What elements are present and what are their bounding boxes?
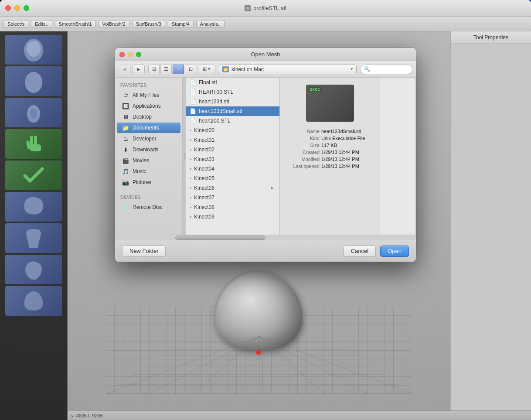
- sidebar-item-remote-disc[interactable]: 💿 Remote Disc: [117, 202, 180, 212]
- exec-badge: exec: [308, 86, 322, 92]
- search-icon: 🔍: [364, 66, 370, 72]
- scroll-thumb[interactable]: [175, 236, 266, 240]
- exec-icon: ▪: [190, 195, 191, 201]
- sidebar-item-all-my-files[interactable]: 🗂 All My Files: [117, 90, 180, 100]
- downloads-icon: ⬇: [122, 146, 129, 153]
- file-list-area: 📄 Final.stl 📄 HEART00.STL 📄 heart123d.st…: [186, 78, 416, 235]
- dialog-minimize-button[interactable]: [128, 52, 133, 57]
- movies-icon: 🎬: [122, 157, 129, 164]
- chevron-icon: ▶: [271, 186, 276, 190]
- cancel-button[interactable]: Cancel: [344, 246, 376, 257]
- location-dropdown[interactable]: 📁 kinect on Mac ▼: [219, 65, 357, 74]
- all-files-icon: 🗂: [122, 92, 129, 99]
- file-column-pane: 📄 Final.stl 📄 HEART00.STL 📄 heart123d.st…: [186, 78, 280, 235]
- sidebar-item-documents[interactable]: 📁 Documents: [117, 123, 180, 133]
- dialog-close-button[interactable]: [119, 52, 125, 57]
- exec-icon: ▪: [190, 137, 191, 143]
- search-box[interactable]: 🔍: [360, 65, 412, 74]
- file-icon: 📄: [190, 79, 196, 85]
- file-item-kinect02[interactable]: ▪ Kinect02: [186, 145, 279, 154]
- file-info-table: Name heart123dSmall.stl Kind Unix Execut…: [287, 129, 373, 171]
- dialog-body: FAVORITES 🗂 All My Files 🔲 Applications …: [115, 78, 416, 235]
- location-folder-icon: 📁: [222, 66, 229, 72]
- view-list-button[interactable]: ☰: [160, 65, 172, 74]
- info-row-size: Size 117 KB: [287, 143, 373, 148]
- view-buttons: ⊞ ☰ ⫶ ⊡: [148, 65, 196, 74]
- dialog-overlay: Open Mesh ◀ ▶ ⊞ ☰ ⫶ ⊡ ⊞▼ 📁 kinect on Mac…: [0, 0, 531, 420]
- sidebar-item-desktop[interactable]: 🖥 Desktop: [117, 112, 180, 122]
- pane-divider-1[interactable]: [183, 78, 186, 235]
- exec-icon: ▪: [190, 147, 191, 153]
- sidebar-item-applications[interactable]: 🔲 Applications: [117, 101, 180, 111]
- desktop-icon: 🖥: [122, 113, 129, 120]
- exec-icon: ▪: [190, 214, 191, 220]
- devices-label: DEVICES: [115, 193, 182, 201]
- info-row-name: Name heart123dSmall.stl: [287, 129, 373, 134]
- dialog-toolbar: ◀ ▶ ⊞ ☰ ⫶ ⊡ ⊞▼ 📁 kinect on Mac ▼ 🔍: [115, 61, 416, 78]
- pictures-icon: 📷: [122, 179, 129, 186]
- file-item-heart123dsmall[interactable]: 📄 heart123dSmall.stl: [186, 106, 279, 116]
- dropdown-arrow-icon: ▼: [350, 67, 354, 71]
- developer-icon: 🗂: [122, 135, 129, 142]
- file-item-heart200[interactable]: 📄 heart200.STL: [186, 116, 279, 126]
- dialog-title-bar: Open Mesh: [115, 48, 416, 61]
- file-item-heart00[interactable]: 📄 HEART00.STL: [186, 87, 279, 97]
- view-cover-button[interactable]: ⊡: [185, 65, 196, 74]
- file-icon: 📄: [190, 99, 196, 105]
- back-button[interactable]: ◀: [119, 65, 131, 74]
- documents-icon: 📁: [122, 124, 129, 131]
- dialog-title: Open Mesh: [251, 51, 280, 58]
- file-item-final[interactable]: 📄 Final.stl: [186, 78, 279, 87]
- sidebar-item-music[interactable]: 🎵 Music: [117, 166, 180, 177]
- file-item-kinect03[interactable]: ▪ Kinect03: [186, 154, 279, 164]
- remote-disc-icon: 💿: [122, 204, 129, 211]
- dialog-maximize-button[interactable]: [136, 52, 141, 57]
- exec-icon: ▪: [190, 175, 191, 181]
- preview-pane: exec Name heart123dSmall.stl Kind Unix E…: [280, 78, 380, 235]
- file-thumbnail: exec: [306, 85, 354, 122]
- file-icon: 📄: [190, 118, 196, 124]
- scroll-track[interactable]: [115, 235, 416, 240]
- open-mesh-dialog: Open Mesh ◀ ▶ ⊞ ☰ ⫶ ⊡ ⊞▼ 📁 kinect on Mac…: [115, 48, 416, 262]
- sidebar-item-pictures[interactable]: 📷 Pictures: [117, 177, 180, 188]
- info-row-kind: Kind Unix Executable File: [287, 136, 373, 141]
- file-item-heart123d[interactable]: 📄 heart123d.stl: [186, 97, 279, 106]
- dialog-traffic-lights: [119, 52, 141, 57]
- sidebar-item-developer[interactable]: 🗂 Developer: [117, 133, 180, 144]
- file-item-kinect07[interactable]: ▪ Kinect07: [186, 193, 279, 202]
- sidebar-item-downloads[interactable]: ⬇ Downloads: [117, 144, 180, 155]
- file-item-kinect08[interactable]: ▪ Kinect08: [186, 202, 279, 212]
- file-item-kinect00[interactable]: ▪ Kinect00: [186, 126, 279, 135]
- exec-icon: ▪: [190, 166, 191, 172]
- forward-button[interactable]: ▶: [133, 65, 145, 74]
- exec-icon: ▪: [190, 204, 191, 210]
- dialog-sidebar: FAVORITES 🗂 All My Files 🔲 Applications …: [115, 78, 183, 235]
- info-row-modified: Modified 1/29/13 12:44 PM: [287, 157, 373, 162]
- info-row-created: Created 1/29/13 12:44 PM: [287, 150, 373, 155]
- file-icon: 📄: [190, 108, 196, 114]
- favorites-label: FAVORITES: [115, 81, 182, 89]
- file-item-kinect04[interactable]: ▪ Kinect04: [186, 164, 279, 174]
- new-folder-button[interactable]: New Folder: [122, 246, 166, 257]
- file-item-kinect09[interactable]: ▪ Kinect09: [186, 212, 279, 222]
- footer-right-buttons: Cancel Open: [344, 246, 409, 257]
- info-row-last-opened: Last opened 1/29/13 12:44 PM: [287, 164, 373, 169]
- arrange-button[interactable]: ⊞▼: [198, 65, 215, 74]
- sidebar-item-movies[interactable]: 🎬 Movies: [117, 155, 180, 166]
- file-item-kinect05[interactable]: ▪ Kinect05: [186, 174, 279, 183]
- view-icon-button[interactable]: ⊞: [148, 65, 160, 74]
- view-column-button[interactable]: ⫶: [173, 65, 184, 74]
- applications-icon: 🔲: [122, 102, 129, 109]
- file-icon: 📄: [190, 89, 196, 95]
- exec-icon: ▪: [190, 185, 191, 191]
- file-item-kinect06[interactable]: ▪ Kinect06 ▶: [186, 183, 279, 193]
- open-button[interactable]: Open: [380, 246, 409, 257]
- exec-icon: ▪: [190, 127, 191, 133]
- music-icon: 🎵: [122, 168, 129, 175]
- dialog-footer: New Folder Cancel Open: [115, 240, 416, 262]
- exec-icon: ▪: [190, 156, 191, 162]
- file-item-kinect01[interactable]: ▪ Kinect01: [186, 135, 279, 145]
